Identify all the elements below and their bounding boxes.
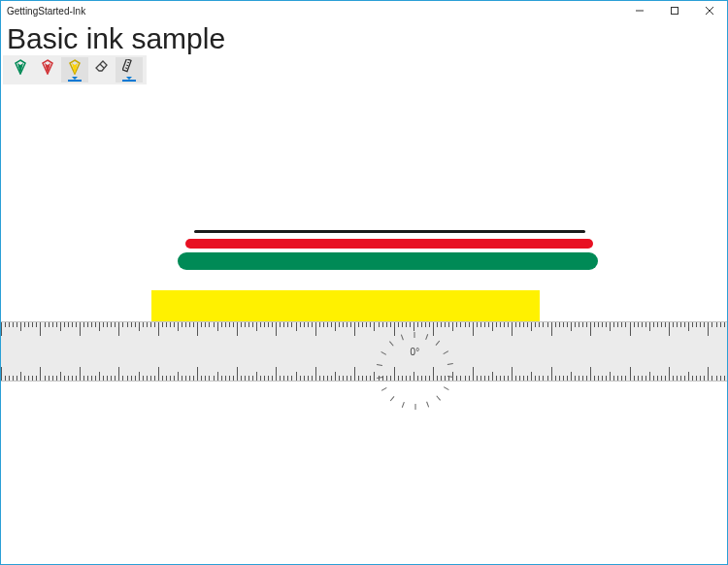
tool-pen-green[interactable] — [7, 57, 34, 83]
svg-line-15 — [125, 68, 127, 69]
page-title: Basic ink sample — [1, 20, 727, 55]
pen-icon — [41, 59, 54, 75]
tool-eraser[interactable] — [88, 57, 116, 83]
eraser-icon — [95, 59, 109, 73]
ruler-ticks-bottom — [1, 365, 727, 381]
tool-pen-yellow[interactable] — [61, 57, 88, 83]
svg-rect-1 — [672, 8, 678, 15]
stroke-red — [185, 239, 593, 249]
ruler-tool[interactable]: 0° — [1, 321, 727, 382]
ruler-icon — [122, 59, 136, 73]
stroke-green — [178, 252, 598, 270]
window-title: GettingStarted-Ink — [1, 6, 622, 17]
pen-icon — [68, 59, 82, 75]
window-controls — [622, 1, 727, 20]
stroke-highlight — [151, 290, 540, 321]
ink-canvas[interactable]: 0° — [1, 84, 727, 564]
svg-line-13 — [127, 62, 129, 63]
tool-ruler[interactable] — [116, 57, 143, 83]
tool-pen-red[interactable] — [34, 57, 61, 83]
svg-line-14 — [126, 65, 128, 66]
window-maximize-button[interactable] — [657, 1, 692, 20]
chevron-down-icon[interactable] — [68, 80, 82, 82]
ink-toolbar — [3, 55, 147, 84]
window-minimize-button[interactable] — [622, 1, 657, 20]
chevron-down-icon[interactable] — [122, 80, 136, 82]
pen-icon — [14, 59, 27, 75]
svg-line-11 — [100, 64, 104, 68]
stroke-black — [194, 230, 585, 233]
window-close-button[interactable] — [692, 1, 727, 20]
titlebar: GettingStarted-Ink — [1, 1, 727, 20]
ruler-angle-dial[interactable]: 0° — [395, 332, 434, 371]
ruler-ticks-top — [1, 322, 727, 338]
